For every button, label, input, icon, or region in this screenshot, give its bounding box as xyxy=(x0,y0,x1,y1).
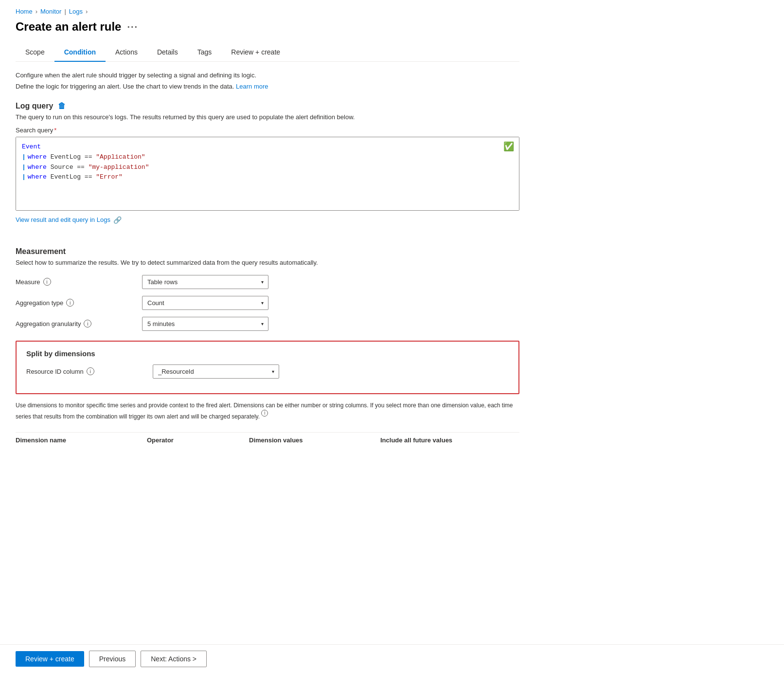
resource-id-select[interactable]: _ResourceId xyxy=(153,364,279,379)
measurement-desc: Select how to summarize the results. We … xyxy=(16,259,519,266)
aggregation-type-select[interactable]: Count xyxy=(142,296,268,310)
dimensions-note: Use dimensions to monitor specific time … xyxy=(16,401,519,424)
measure-info-icon[interactable]: i xyxy=(43,278,51,286)
learn-more-link[interactable]: Learn more xyxy=(236,83,268,90)
tab-actions[interactable]: Actions xyxy=(106,43,147,62)
tab-condition[interactable]: Condition xyxy=(54,43,106,62)
aggregation-granularity-label: Aggregation granularity i xyxy=(16,320,142,327)
aggregation-type-info-icon[interactable]: i xyxy=(66,299,74,307)
page-title: Create an alert rule ··· xyxy=(16,20,519,34)
measure-select-wrapper: Table rows ▾ xyxy=(142,275,268,289)
ellipsis-menu[interactable]: ··· xyxy=(127,21,138,33)
breadcrumb-monitor[interactable]: Monitor xyxy=(40,8,61,15)
search-query-label: Search query* xyxy=(16,127,519,134)
resource-id-info-icon[interactable]: i xyxy=(87,367,94,375)
tab-review-create[interactable]: Review + create xyxy=(221,43,290,62)
resource-id-row: Resource ID column i _ResourceId ▾ xyxy=(26,364,509,379)
aggregation-granularity-select-wrapper: 5 minutes ▾ xyxy=(142,317,268,331)
resource-id-label: Resource ID column i xyxy=(26,367,153,375)
measurement-section-title: Measurement xyxy=(16,247,519,256)
log-query-desc: The query to run on this resource's logs… xyxy=(16,113,519,121)
breadcrumb-logs[interactable]: Logs xyxy=(69,8,83,15)
resource-id-select-wrapper: _ResourceId ▾ xyxy=(153,364,279,379)
aggregation-type-row: Aggregation type i Count ▾ xyxy=(16,296,519,310)
aggregation-granularity-select[interactable]: 5 minutes xyxy=(142,317,268,331)
split-dimensions-title: Split by dimensions xyxy=(26,349,509,358)
log-query-section-title: Log query 🗑 xyxy=(16,102,519,110)
dimensions-table-header: Dimension name Operator Dimension values… xyxy=(16,432,519,448)
query-container: ✅ Event |where EventLog == "Application"… xyxy=(16,137,519,211)
tab-scope[interactable]: Scope xyxy=(16,43,54,62)
tab-details[interactable]: Details xyxy=(147,43,188,62)
aggregation-granularity-info-icon[interactable]: i xyxy=(84,320,91,327)
breadcrumb-home[interactable]: Home xyxy=(16,8,33,15)
measure-label: Measure i xyxy=(16,278,142,286)
query-editor[interactable]: Event |where EventLog == "Application" |… xyxy=(16,137,519,210)
query-valid-icon: ✅ xyxy=(503,141,514,152)
view-result-link[interactable]: View result and edit query in Logs 🔗 xyxy=(16,216,122,224)
split-by-dimensions-box: Split by dimensions Resource ID column i… xyxy=(16,341,519,394)
condition-desc2: Define the logic for triggering an alert… xyxy=(16,83,519,90)
tab-bar: Scope Condition Actions Details Tags Rev… xyxy=(16,43,519,62)
external-link-icon: 🔗 xyxy=(113,216,122,224)
delete-query-icon[interactable]: 🗑 xyxy=(58,102,66,110)
aggregation-type-label: Aggregation type i xyxy=(16,299,142,307)
condition-desc1: Configure when the alert rule should tri… xyxy=(16,72,519,79)
measure-select[interactable]: Table rows xyxy=(142,275,268,289)
measure-row: Measure i Table rows ▾ xyxy=(16,275,519,289)
aggregation-granularity-row: Aggregation granularity i 5 minutes ▾ xyxy=(16,317,519,331)
tab-tags[interactable]: Tags xyxy=(188,43,222,62)
aggregation-type-select-wrapper: Count ▾ xyxy=(142,296,268,310)
dimensions-note-info-icon[interactable]: i xyxy=(261,410,268,417)
breadcrumb: Home › Monitor | Logs › xyxy=(16,8,519,15)
